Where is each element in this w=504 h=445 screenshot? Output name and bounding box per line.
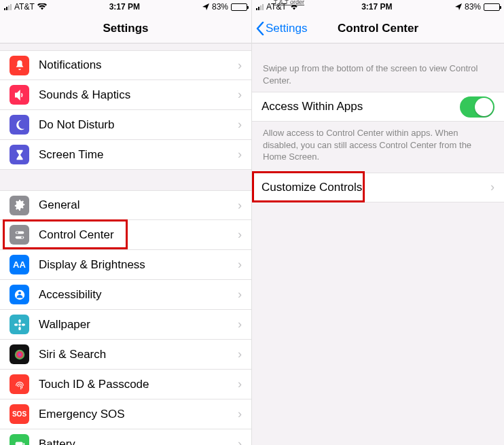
gear-icon <box>10 196 29 215</box>
svg-rect-12 <box>15 442 22 445</box>
chevron-right-icon: › <box>238 257 242 272</box>
status-bar: AT&T 3:17 PM 83% T & T order <box>252 0 504 14</box>
svg-point-9 <box>14 323 17 326</box>
settings-row-touch-id-passcode[interactable]: Touch ID & Passcode› <box>0 370 251 399</box>
chevron-right-icon: › <box>490 180 494 194</box>
row-label: Accessibility <box>39 288 231 302</box>
row-label: Display & Brightness <box>39 258 231 272</box>
settings-row-accessibility[interactable]: Accessibility› <box>0 280 251 310</box>
battery-percent: 83% <box>212 2 228 12</box>
row-label: Battery <box>39 438 231 446</box>
settings-row-screen-time[interactable]: Screen Time› <box>0 140 251 170</box>
row-label: Do Not Disturb <box>39 118 231 132</box>
hourglass-icon <box>10 145 29 164</box>
chevron-right-icon: › <box>238 317 242 332</box>
row-label: Screen Time <box>39 148 231 162</box>
settings-row-battery[interactable]: Battery› <box>0 429 251 445</box>
svg-point-8 <box>18 326 21 330</box>
intro-text: Swipe up from the bottom of the screen t… <box>252 43 504 92</box>
settings-row-general[interactable]: General› <box>0 190 251 220</box>
status-bar: AT&T 3:17 PM 83% <box>0 0 251 14</box>
settings-row-control-center[interactable]: Control Center› <box>0 220 251 250</box>
page-title: Settings <box>0 22 251 35</box>
siri-icon <box>10 344 29 364</box>
carrier-label: AT&T <box>14 2 35 12</box>
chevron-right-icon: › <box>238 198 242 213</box>
access-within-apps-row[interactable]: Access Within Apps <box>252 92 504 122</box>
chevron-right-icon: › <box>238 88 242 102</box>
row-label: Notifications <box>39 58 231 72</box>
svg-point-7 <box>18 319 21 322</box>
row-label: Siri & Search <box>39 348 231 361</box>
battery-icon <box>10 434 29 445</box>
row-label: Touch ID & Passcode <box>39 378 231 391</box>
settings-row-display-brightness[interactable]: AADisplay & Brightness› <box>0 250 251 280</box>
navbar: Settings <box>0 14 251 43</box>
fingerprint-icon <box>10 374 29 394</box>
navbar: Settings Control Center <box>252 14 504 43</box>
sos-icon: SOS <box>10 404 29 424</box>
settings-row-siri-search[interactable]: Siri & Search› <box>0 340 251 370</box>
moon-icon <box>10 115 29 135</box>
svg-point-5 <box>18 291 20 294</box>
row-label: Sounds & Haptics <box>39 88 231 102</box>
settings-list: Notifications›Sounds & Haptics›Do Not Di… <box>0 43 251 445</box>
settings-row-emergency-sos[interactable]: SOSEmergency SOS› <box>0 399 251 429</box>
control-center-content: Swipe up from the bottom of the screen t… <box>252 43 504 445</box>
chevron-right-icon: › <box>238 228 242 242</box>
svg-point-11 <box>14 349 24 359</box>
battery-icon <box>484 3 500 11</box>
cellular-signal-icon <box>4 4 12 10</box>
svg-point-6 <box>18 323 21 326</box>
wifi-icon <box>37 3 47 10</box>
battery-percent: 83% <box>465 2 481 12</box>
person-icon <box>10 285 29 304</box>
aa-icon: AA <box>10 255 29 274</box>
speaker-icon <box>10 85 29 105</box>
chevron-right-icon: › <box>238 287 242 302</box>
access-footer-text: Allow access to Control Center within ap… <box>252 122 504 168</box>
cellular-signal-icon <box>256 4 264 10</box>
status-right: 83% <box>202 2 247 12</box>
chevron-right-icon: › <box>238 58 242 73</box>
chevron-left-icon <box>256 22 264 35</box>
back-label: Settings <box>266 22 307 35</box>
chevron-right-icon: › <box>238 377 242 391</box>
settings-row-do-not-disturb[interactable]: Do Not Disturb› <box>0 110 251 140</box>
settings-row-wallpaper[interactable]: Wallpaper› <box>0 310 251 340</box>
settings-row-sounds-haptics[interactable]: Sounds & Haptics› <box>0 80 251 110</box>
row-label: General <box>39 198 231 212</box>
location-icon <box>202 3 209 10</box>
customize-controls-row[interactable]: Customize Controls › <box>252 173 504 202</box>
chevron-right-icon: › <box>238 347 242 361</box>
chevron-right-icon: › <box>238 437 242 445</box>
control-center-pane: AT&T 3:17 PM 83% T & T order Settings Co… <box>252 0 504 445</box>
chevron-right-icon: › <box>238 147 242 162</box>
row-label: Control Center <box>39 228 231 242</box>
battery-icon <box>231 3 247 11</box>
clock: 3:17 PM <box>361 2 392 12</box>
status-left: AT&T <box>4 2 47 12</box>
row-label: Wallpaper <box>39 318 231 332</box>
svg-point-1 <box>16 232 18 234</box>
chevron-right-icon: › <box>238 407 242 421</box>
bell-icon <box>10 56 29 75</box>
clock: 3:17 PM <box>109 2 140 12</box>
back-button[interactable]: Settings <box>252 22 307 35</box>
flower-icon <box>10 315 29 334</box>
access-within-apps-toggle[interactable] <box>460 96 494 118</box>
location-icon <box>455 3 462 10</box>
access-within-apps-label: Access Within Apps <box>262 100 460 113</box>
chevron-right-icon: › <box>238 118 242 132</box>
switches-icon <box>10 225 29 245</box>
row-label: Emergency SOS <box>39 408 231 421</box>
svg-point-10 <box>21 323 24 326</box>
overlay-stray-text: T & T order <box>274 0 304 5</box>
svg-point-3 <box>21 236 23 238</box>
customize-controls-label: Customize Controls <box>262 181 484 194</box>
status-right: 83% <box>455 2 500 12</box>
settings-root-pane: AT&T 3:17 PM 83% Settings Notifications›… <box>0 0 252 445</box>
settings-row-notifications[interactable]: Notifications› <box>0 50 251 80</box>
